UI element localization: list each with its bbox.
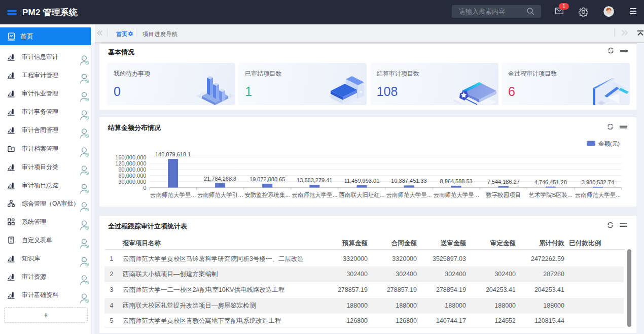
svg-text:云南师范大学呈...: 云南师范大学呈... [575,192,621,198]
svg-text:云南师范大学呈...: 云南师范大学呈... [292,192,337,198]
svg-text:4,746,451.28: 4,746,451.28 [534,179,567,185]
svg-text:安防监控系统集...: 安防监控系统集... [244,192,290,198]
svg-text:13,583,279.41: 13,583,279.41 [297,177,332,183]
svg-text:140,879,618.1: 140,879,618.1 [155,151,191,157]
svg-text:云南师范大学呈...: 云南师范大学呈... [434,192,479,198]
svg-text:60,000,000: 60,000,000 [118,173,146,179]
svg-text:3,980,532.74: 3,980,532.74 [582,179,614,185]
svg-text:90,000,000: 90,000,000 [118,166,146,173]
svg-text:云南师范大学呈...: 云南师范大学呈... [386,192,432,198]
svg-text:8,964,588.53: 8,964,588.53 [440,178,472,184]
svg-text:艺术学院B区装...: 艺术学院B区装... [529,192,573,198]
svg-text:西南联大旧址红...: 西南联大旧址红... [339,192,384,198]
svg-text:10,387,451.33: 10,387,451.33 [391,178,426,184]
svg-text:21,784,268.8: 21,784,268.8 [204,176,236,182]
svg-text:金额(元): 金额(元) [598,141,620,147]
svg-text:30,000,000: 30,000,000 [118,179,146,185]
svg-text:19,072,080.65: 19,072,080.65 [249,176,285,182]
svg-text:11,459,993.01: 11,459,993.01 [344,178,380,184]
svg-text:数字校园项目: 数字校园项目 [486,192,521,198]
svg-text:0: 0 [143,185,146,191]
svg-text:150,000,000: 150,000,000 [115,154,146,160]
svg-text:云南师范大学呈...: 云南师范大学呈... [150,192,196,198]
svg-text:120,000,000: 120,000,000 [115,160,146,166]
svg-text:云南师范大学引...: 云南师范大学引... [197,192,243,198]
svg-text:7,544,186.27: 7,544,186.27 [487,179,520,185]
